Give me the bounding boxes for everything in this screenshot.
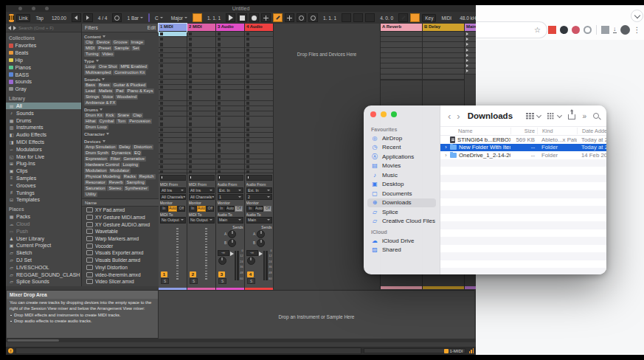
filter-tag[interactable]: Clip <box>84 40 94 45</box>
device-list-item[interactable]: Video Slicer.amxd <box>82 278 159 285</box>
solo-button[interactable]: S <box>190 278 198 284</box>
scene-slot[interactable]: 4 <box>465 48 476 53</box>
device-list-item[interactable]: Vocoder <box>82 242 159 249</box>
column-header-date-added[interactable]: Date Added <box>577 128 606 134</box>
output-chooser[interactable]: Main <box>218 217 243 224</box>
sidebar-item[interactable]: ♪ Music <box>367 170 436 180</box>
library-item[interactable]: ♯ Tunings <box>6 189 81 196</box>
filter-tag[interactable]: Kick <box>105 113 116 118</box>
key-root-menu[interactable]: C <box>152 14 166 22</box>
solo-button[interactable]: S <box>247 278 255 284</box>
punch-out-button[interactable] <box>365 13 375 22</box>
track-activator-button[interactable]: 3 <box>218 271 225 277</box>
draw-mode-button[interactable] <box>398 13 408 22</box>
filter-tag[interactable]: Racks <box>122 174 137 179</box>
filter-tag[interactable]: Synthesizer <box>124 186 149 191</box>
filter-tag[interactable]: Amp Simulation <box>84 145 117 150</box>
return-slot-grid[interactable] <box>381 32 422 80</box>
filter-tag[interactable]: Tuning <box>84 52 100 57</box>
input-type-chooser[interactable]: All Ins <box>160 187 186 194</box>
filter-tag[interactable]: Device <box>95 40 111 45</box>
output-chooser[interactable]: No Output <box>160 217 186 224</box>
send-knob[interactable] <box>257 230 265 238</box>
filter-tag[interactable]: Percussion <box>128 119 152 124</box>
filter-tag[interactable]: Filter <box>109 156 122 162</box>
places-item[interactable]: ▣ Current Project <box>6 242 81 249</box>
capture-midi-button[interactable] <box>297 13 306 22</box>
filter-tag[interactable]: One Shot <box>97 64 119 69</box>
solo-button[interactable]: S <box>161 278 169 284</box>
gray-extension-icon[interactable] <box>601 26 609 34</box>
group-view-icon[interactable] <box>547 113 550 115</box>
scene-slot[interactable]: 8 <box>465 69 476 74</box>
collection-item[interactable]: Favorites <box>6 42 81 49</box>
filter-tag[interactable]: Preset <box>97 46 112 51</box>
track-activator-button[interactable]: 2 <box>190 271 196 277</box>
volume-field[interactable]: -∞ <box>246 250 258 256</box>
send-knob[interactable] <box>228 239 236 247</box>
chevron-down-icon[interactable] <box>557 112 562 117</box>
library-item[interactable]: ▤ All <box>6 103 81 110</box>
filter-tag[interactable]: Looping <box>121 162 139 167</box>
sidebar-item[interactable]: ▱ Splice <box>367 207 436 217</box>
collection-item[interactable]: Hip <box>6 57 81 64</box>
input-channel-chooser[interactable]: 2 <box>246 194 272 201</box>
loop-button[interactable] <box>353 13 363 22</box>
clip-stop-buttons[interactable] <box>160 32 163 173</box>
collection-item[interactable]: sounds <box>6 78 81 86</box>
places-item[interactable]: ▱ LIVESCHOOL <box>6 263 81 271</box>
more-toolbar-items-button[interactable]: » <box>582 112 586 120</box>
scene-play-icon[interactable] <box>466 49 468 52</box>
chevron-down-icon[interactable] <box>536 112 541 117</box>
monitor-button[interactable]: Off <box>177 206 185 212</box>
filter-tag[interactable]: Mallets <box>97 89 114 94</box>
device-list-item[interactable]: Velocity Randomizer.amxd <box>82 285 159 286</box>
filter-tag[interactable]: Hihat <box>84 119 97 124</box>
filter-tag[interactable]: Repitch <box>138 174 156 179</box>
filter-tag[interactable]: Sampling <box>125 180 145 185</box>
filter-tag[interactable]: Modulation <box>84 168 108 173</box>
dark-extension-icon[interactable] <box>560 26 568 34</box>
list-view-icon[interactable] <box>526 113 528 115</box>
chrome-address-bar[interactable]: ☆ <box>476 21 547 38</box>
filter-tag[interactable]: Drum Kit <box>84 113 104 118</box>
filter-tag[interactable]: MIDI <box>84 46 96 51</box>
input-type-chooser[interactable]: Ext. In <box>218 187 243 194</box>
output-chooser[interactable]: Main <box>246 217 272 224</box>
disclosure-triangle-icon[interactable]: › <box>444 145 448 150</box>
file-row[interactable]: › OneDrive_1_2-14-2024 -- Folder 14 Feb … <box>440 151 606 159</box>
collection-item[interactable]: Beats <box>6 49 81 57</box>
scale-name-menu[interactable]: Major <box>168 14 190 22</box>
filter-tag[interactable]: Strings <box>84 94 100 100</box>
back-icon[interactable] <box>8 26 11 30</box>
filter-tag[interactable]: MPE Enabled <box>119 64 148 69</box>
filter-tag[interactable]: Construction Kit <box>113 70 146 75</box>
forward-icon[interactable] <box>13 26 16 30</box>
track-stop-button[interactable] <box>246 175 272 181</box>
track-activator-button[interactable]: 4 <box>247 271 254 277</box>
output-chooser[interactable]: No Output <box>189 217 215 224</box>
monitor-button[interactable]: Auto <box>197 206 205 212</box>
scene-play-icon[interactable] <box>466 43 468 46</box>
search-input[interactable] <box>18 26 79 30</box>
filter-group-header[interactable]: Sounds <box>84 77 156 83</box>
scene-slot[interactable]: 6 <box>465 58 476 63</box>
monitor-button[interactable]: Auto <box>255 206 263 212</box>
scene-play-icon[interactable] <box>466 64 468 67</box>
device-list-item[interactable]: Wavetable <box>82 228 159 235</box>
punch-in-button[interactable] <box>342 13 351 22</box>
filter-tag[interactable]: Resonator <box>84 180 107 185</box>
clip-stop-buttons[interactable] <box>189 32 192 173</box>
profile-avatar[interactable] <box>620 25 630 35</box>
library-item[interactable]: ◨ MIDI Effects <box>6 139 81 146</box>
stop-button[interactable] <box>238 13 247 22</box>
collection-item[interactable]: Pianos <box>6 63 81 71</box>
follow-button[interactable] <box>193 13 202 22</box>
sidebar-item[interactable]: ▢ Documents <box>367 189 436 198</box>
track-stop-button[interactable] <box>189 175 215 181</box>
volume-field[interactable]: -∞ <box>218 250 229 256</box>
filter-tag[interactable]: Drum Loop <box>84 125 108 130</box>
filter-tag[interactable]: Reverb <box>108 180 125 185</box>
library-item[interactable]: ◧ Audio Effects <box>6 131 81 139</box>
sidebar-item[interactable]: ▨ Shared <box>367 246 436 255</box>
